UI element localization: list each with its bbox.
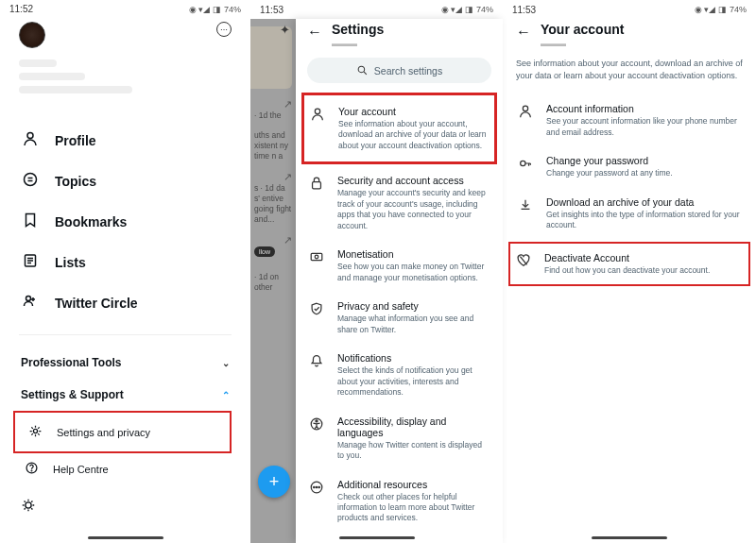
status-bar: 11:52 ◉ ▾◢ ◨74%: [0, 0, 250, 18]
page-title: Settings: [332, 22, 384, 37]
help-icon: [23, 461, 40, 477]
row-account-info[interactable]: Account informationSee your account info…: [516, 94, 743, 146]
home-indicator: [339, 536, 415, 539]
chevron-down-icon: ⌄: [222, 358, 230, 368]
person-icon: [310, 106, 327, 124]
clock: 11:53: [260, 5, 284, 15]
compose-fab[interactable]: +: [258, 466, 290, 498]
header-handle-placeholder: ▬▬▬: [541, 39, 624, 48]
row-desc: See information about your account, down…: [338, 119, 489, 151]
row-desc: See how you can make money on Twitter an…: [337, 262, 490, 283]
accounts-icon[interactable]: ⋯: [216, 22, 232, 37]
page-header: ← Settings ▬▬▬: [307, 22, 491, 48]
lock-icon: [309, 175, 326, 193]
row-desc: Manage how Twitter content is displayed …: [337, 440, 490, 462]
back-arrow-icon[interactable]: ←: [516, 22, 531, 41]
clock: 11:52: [9, 4, 33, 14]
drawer-nav: Profile Topics Bookmarks Lists Twitter C…: [19, 120, 232, 323]
page-header: ← Your account ▬▬▬: [516, 22, 743, 48]
nav-label: Lists: [55, 255, 86, 270]
row-title: Account information: [546, 103, 741, 114]
avatar[interactable]: [19, 22, 45, 48]
row-desc: See your account information like your p…: [546, 116, 741, 138]
row-download-archive[interactable]: Download an archive of your dataGet insi…: [516, 188, 743, 240]
heartbreak-icon: [516, 252, 533, 270]
dots-icon: [309, 479, 326, 497]
nav-label: Topics: [55, 174, 96, 189]
settings-and-privacy[interactable]: Settings and privacy: [23, 416, 222, 448]
topic-icon: [21, 171, 40, 191]
status-icons: ◉ ▾◢ ◨74%: [189, 5, 241, 14]
nav-topics[interactable]: Topics: [19, 161, 232, 201]
row-monetisation[interactable]: MonetisationSee how you can make money o…: [307, 240, 491, 292]
intro-text: See information about your account, down…: [516, 58, 743, 81]
row-change-password[interactable]: Change your passwordChange your password…: [516, 146, 743, 187]
help-centre[interactable]: Help Centre: [19, 453, 232, 484]
nav-label: Bookmarks: [55, 214, 127, 229]
list-icon: [21, 252, 40, 272]
home-indicator: [88, 536, 163, 539]
feed-snippet: s · 1d da s' entive going fight and...: [254, 183, 292, 225]
row-desc: Get insights into the type of informatio…: [546, 210, 741, 231]
section-label: Settings & Support: [21, 388, 124, 401]
background-feed-sliver: ✦ ↗ · 1d the uths and xistent ny time n …: [250, 19, 296, 543]
clock: 11:53: [512, 5, 536, 15]
row-security[interactable]: Security and account accessManage your a…: [307, 166, 491, 240]
section-label: Professional Tools: [21, 356, 121, 369]
back-arrow-icon[interactable]: ←: [307, 22, 322, 41]
nav-lists[interactable]: Lists: [19, 242, 232, 282]
status-bar: 11:53 ◉ ▾◢ ◨74%: [250, 0, 503, 19]
page-title: Your account: [541, 22, 624, 37]
person-icon: [21, 130, 40, 150]
status-bar: 11:53 ◉ ▾◢ ◨74%: [503, 0, 756, 19]
highlight-box: Deactivate AccountFind out how you can d…: [508, 242, 750, 286]
circle-icon: [21, 293, 40, 313]
row-title: Deactivate Account: [544, 252, 743, 263]
bookmark-icon: [21, 212, 40, 231]
highlight-box: Your account See information about your …: [301, 93, 497, 164]
row-title: Change your password: [546, 155, 741, 166]
search-placeholder: Search settings: [374, 65, 442, 76]
gear-icon: [26, 424, 43, 440]
home-indicator: [592, 536, 667, 539]
row-title: Download an archive of your data: [546, 196, 741, 208]
nav-profile[interactable]: Profile: [19, 120, 232, 161]
row-additional[interactable]: Additional resourcesCheck out other plac…: [307, 470, 491, 533]
nav-twitter-circle[interactable]: Twitter Circle: [19, 282, 232, 323]
bell-icon: [309, 352, 326, 370]
search-settings-input[interactable]: Search settings: [307, 58, 491, 83]
row-desc: Manage what information you see and shar…: [337, 314, 490, 335]
row-desc: Check out other places for helpful infor…: [337, 492, 490, 524]
professional-tools[interactable]: Professional Tools ⌄: [19, 347, 232, 379]
nav-label: Twitter Circle: [55, 296, 138, 311]
row-notifications[interactable]: NotificationsSelect the kinds of notific…: [307, 344, 491, 406]
sub-label: Settings and privacy: [57, 427, 150, 438]
status-icons: ◉ ▾◢ ◨74%: [695, 5, 747, 14]
nav-label: Profile: [55, 133, 96, 148]
feed-snippet: · 1d on other: [254, 272, 292, 293]
feed-snippet: · 1d the: [254, 110, 292, 121]
theme-toggle-icon[interactable]: [21, 498, 36, 515]
feed-snippet: uths and xistent ny time n a: [254, 130, 292, 161]
row-title: Accessibility, display and languages: [337, 416, 490, 438]
row-title: Your account: [338, 106, 489, 117]
stats-placeholder: [19, 86, 132, 93]
row-your-account[interactable]: Your account See information about your …: [308, 97, 490, 160]
row-accessibility[interactable]: Accessibility, display and languagesMana…: [307, 407, 491, 470]
highlight-box: Settings and privacy: [13, 411, 232, 453]
chevron-up-icon: ⌃: [222, 390, 230, 400]
search-icon: [356, 64, 369, 76]
settings-support[interactable]: Settings & Support ⌃: [19, 379, 232, 411]
status-icons: ◉ ▾◢ ◨74%: [441, 5, 493, 14]
nav-bookmarks[interactable]: Bookmarks: [19, 201, 232, 242]
shield-icon: [309, 300, 326, 318]
header-handle-placeholder: ▬▬▬: [332, 39, 384, 48]
a11y-icon: [309, 416, 326, 433]
sub-label: Help Centre: [53, 464, 109, 475]
row-title: Monetisation: [337, 248, 490, 260]
row-deactivate-account[interactable]: Deactivate AccountFind out how you can d…: [514, 244, 745, 284]
sparkle-icon: ✦: [280, 23, 290, 37]
row-privacy[interactable]: Privacy and safetyManage what informatio…: [307, 292, 491, 344]
key-icon: [518, 155, 535, 173]
row-title: Privacy and safety: [337, 300, 490, 312]
